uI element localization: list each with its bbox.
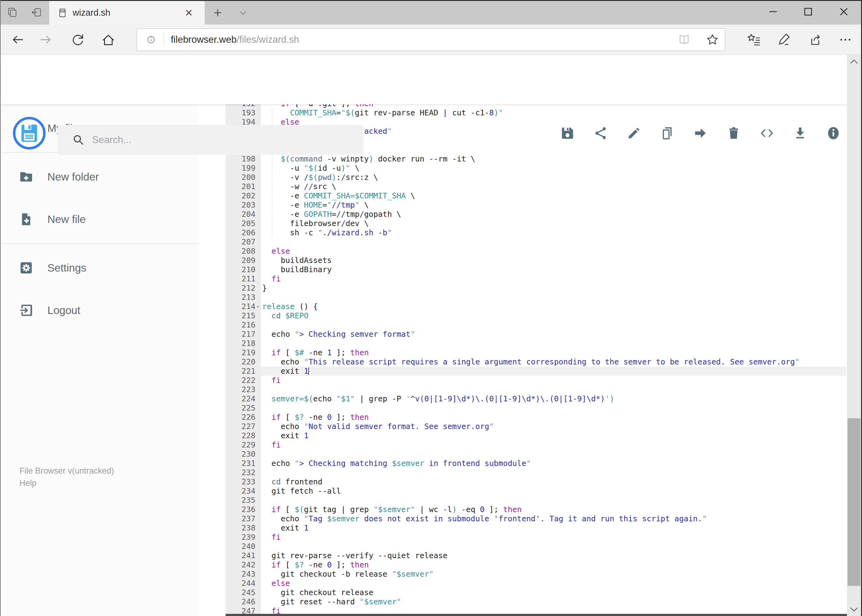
code-line[interactable]: 241 git rev-parse --verify --quiet relea… xyxy=(199,551,846,560)
code-line[interactable]: 216 xyxy=(199,321,846,330)
code-line[interactable]: 217 echo "> Checking semver format" xyxy=(199,330,846,339)
code-line[interactable]: 203 -e HOME="//tmp" \ xyxy=(199,201,846,210)
code-line[interactable]: 218 xyxy=(199,339,846,348)
code-line[interactable]: 242 if [ $? -ne 0 ]; then xyxy=(199,560,846,570)
new-tab-button[interactable]: + xyxy=(214,4,222,21)
browser-tab[interactable]: wizard.sh ✕ xyxy=(49,1,205,25)
code-line[interactable]: 212} xyxy=(199,284,846,293)
scroll-up-icon[interactable] xyxy=(848,57,860,66)
code-line[interactable]: 224 semver=$(echo "$1" | grep -P '^v(0|[… xyxy=(199,394,846,404)
window-border xyxy=(0,0,1,616)
code-line[interactable]: 226 if [ $? -ne 0 ]; then xyxy=(199,413,846,422)
code-line[interactable]: 236 if [ $(git tag | grep "$semver" | wc… xyxy=(199,505,846,514)
code-line[interactable]: 234 git fetch --all xyxy=(199,487,846,496)
code-line[interactable]: 229 fi xyxy=(199,440,846,449)
code-line[interactable]: 200 -v /$(pwd):/src:z \ xyxy=(199,173,846,182)
code-line[interactable]: 206 sh -c "./wizard.sh -b" xyxy=(199,228,846,237)
code-editor[interactable]: 192 if [ -d .git ]; then193 COMMIT_SHA="… xyxy=(199,104,846,616)
back-button[interactable] xyxy=(11,33,25,47)
file-share-icon[interactable] xyxy=(594,126,608,140)
code-line[interactable]: 237 echo "Tag $semver does not exist in … xyxy=(199,514,846,523)
more-options-button[interactable] xyxy=(838,33,853,47)
code-line[interactable]: 202 -e COMMIT_SHA=$COMMIT_SHA \ xyxy=(199,191,846,201)
code-line[interactable]: 214▾release () { xyxy=(199,302,846,311)
minimize-button[interactable] xyxy=(766,4,780,19)
sidebar-item-logout[interactable]: Logout xyxy=(0,292,199,329)
code-line[interactable]: 209 buildAssets xyxy=(199,256,846,265)
favorites-hub-button[interactable] xyxy=(747,33,761,47)
line-number: 239 xyxy=(225,533,261,542)
code-line[interactable]: 201 -w //src \ xyxy=(199,182,846,191)
code-line[interactable]: 233 cd frontend xyxy=(199,477,846,487)
fold-marker-icon[interactable]: ▾ xyxy=(255,302,260,311)
file-move-icon[interactable] xyxy=(693,126,708,140)
help-link[interactable]: Help xyxy=(19,477,114,489)
code-line[interactable]: 213 xyxy=(199,293,846,302)
filebrowser-logo[interactable] xyxy=(13,117,46,149)
code-line[interactable]: 192 if [ -d .git ]; then xyxy=(199,104,846,108)
scroll-down-icon[interactable] xyxy=(848,605,860,614)
sidebar-item-label: New file xyxy=(47,213,85,225)
code-line[interactable]: 222 fi xyxy=(199,376,846,385)
url-text[interactable]: filebrowser.web/files/wizard.sh xyxy=(171,34,299,45)
file-edit-icon[interactable] xyxy=(627,126,641,140)
code-line[interactable]: 223 xyxy=(199,385,846,394)
code-line[interactable]: 240 xyxy=(199,542,846,551)
code-line[interactable]: 227 echo "Not valid semver format. See s… xyxy=(199,422,846,431)
code-line[interactable]: 219 if [ $# -ne 1 ]; then xyxy=(199,348,846,357)
file-actions xyxy=(560,126,840,140)
code-line[interactable]: 230 xyxy=(199,449,846,459)
code-line[interactable]: 238 exit 1 xyxy=(199,523,846,533)
vertical-scrollbar-thumb[interactable] xyxy=(848,418,860,586)
code-line[interactable]: 244 else xyxy=(199,579,846,588)
sidebar-item-new-folder[interactable]: New folder xyxy=(0,159,199,195)
maximize-button[interactable] xyxy=(801,4,816,19)
code-line[interactable]: 199 -u "$(id -u)" \ xyxy=(199,163,846,173)
file-copy-icon[interactable] xyxy=(660,126,674,140)
close-tab-icon[interactable]: ✕ xyxy=(184,7,193,19)
code-line[interactable]: 198 $(command -v winpty) docker run --rm… xyxy=(199,154,846,163)
sidebar-item-label: New folder xyxy=(47,171,99,183)
code-line[interactable]: 211 fi xyxy=(199,274,846,284)
code-line[interactable]: 232 xyxy=(199,468,846,477)
code-line[interactable]: 207 xyxy=(199,237,846,247)
file-info-icon[interactable] xyxy=(826,126,840,140)
chevron-down-icon[interactable] xyxy=(238,7,249,19)
code-line[interactable]: 228 exit 1 xyxy=(199,431,846,440)
file-save-icon[interactable] xyxy=(560,126,575,140)
address-bar[interactable]: filebrowser.web/files/wizard.sh xyxy=(137,28,725,51)
code-line[interactable]: 235 xyxy=(199,496,846,505)
code-line[interactable]: 205 filebrowser/dev \ xyxy=(199,219,846,228)
sidebar-item-settings[interactable]: Settings xyxy=(0,250,199,286)
share-button[interactable] xyxy=(808,33,822,47)
code-line[interactable]: 220 echo "This release script requires a… xyxy=(199,357,846,366)
code-line[interactable]: 221 exit 1 xyxy=(199,366,846,376)
code-line[interactable]: 225 xyxy=(199,404,846,413)
window-close-button[interactable] xyxy=(837,4,851,19)
sidebar-item-new-file[interactable]: New file xyxy=(0,201,199,238)
code-line[interactable]: 193 COMMIT_SHA="$(git rev-parse HEAD | c… xyxy=(199,108,846,118)
code-line[interactable]: 204 -e GOPATH=//tmp/gopath \ xyxy=(199,210,846,219)
site-info-icon[interactable] xyxy=(146,35,156,45)
home-button[interactable] xyxy=(101,33,115,47)
code-line[interactable]: 231 echo "> Checking matching $semver in… xyxy=(199,459,846,468)
code-line[interactable]: 208 else xyxy=(199,247,846,256)
file-download-icon[interactable] xyxy=(793,126,807,140)
code-line[interactable]: 245 git checkout release xyxy=(199,588,846,597)
line-number: 225 xyxy=(225,404,261,413)
refresh-button[interactable] xyxy=(71,33,85,47)
add-favorite-icon[interactable] xyxy=(706,33,719,46)
code-line[interactable]: 246 git reset --hard "$semver" xyxy=(199,597,846,607)
tabs-aside-icon[interactable] xyxy=(31,7,42,18)
code-line[interactable]: 210 buildBinary xyxy=(199,265,846,274)
code-line[interactable]: 215 cd $REPO xyxy=(199,311,846,321)
search-box[interactable] xyxy=(58,125,364,155)
search-input[interactable] xyxy=(91,134,364,146)
code-line[interactable]: 243 git checkout -b release "$semver" xyxy=(199,570,846,579)
file-delete-icon[interactable] xyxy=(726,126,741,140)
tabs-preview-icon[interactable] xyxy=(7,7,18,18)
horizontal-scrollbar[interactable] xyxy=(225,614,862,616)
annotate-button[interactable] xyxy=(777,33,791,47)
code-line[interactable]: 239 fi xyxy=(199,533,846,542)
file-code-icon[interactable] xyxy=(760,126,774,140)
